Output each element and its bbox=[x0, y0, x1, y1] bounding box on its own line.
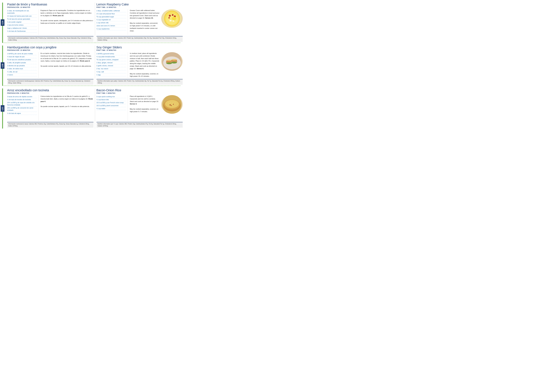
right-ingredient-12B-1: ½ cup plain breadcrumbs bbox=[97, 55, 126, 58]
right-ingredient-12B-6: ½ tsp. salt bbox=[97, 70, 126, 73]
left-ingredients-12C: 3 tazas de arroz de rápida cocción½ de t… bbox=[7, 95, 39, 121]
right-nutrition-12C: Nutrition information (per ¾ cup): Calor… bbox=[97, 122, 183, 128]
recipe-row-12B: 12B Hamburguesitas con soya y jengibrePR… bbox=[0, 43, 183, 86]
recipe-left-12B: 12B Hamburguesitas con soya y jengibrePR… bbox=[0, 46, 95, 86]
right-ingredients-12C: 3 cups quick-cooking rice½ cup bacon bit… bbox=[97, 95, 128, 121]
right-ingredient-12A-3: ½ cup vegetable oil bbox=[97, 18, 126, 21]
left-ingredient-12A-0: 2 cdas. de mantequilla sin sal, suavizad… bbox=[7, 9, 37, 14]
recipe-right-12C: Bacon-Onion RicePREP TIME: 5 MINUTES3 cu… bbox=[95, 88, 183, 128]
left-prep-12A: PREPARACIÓN: 10 MINUTOS bbox=[7, 7, 93, 8]
recipe-row-12C: 12C Arroz encebollado con tocinetaPREPAR… bbox=[0, 86, 183, 128]
left-instructions-12C: Coloca todos los ingredientes en la Olla… bbox=[39, 95, 93, 121]
right-content-12C: 3 cups quick-cooking rice½ cup bacon bit… bbox=[97, 95, 160, 121]
svg-point-26 bbox=[165, 100, 179, 108]
left-instructions-12B: En un tazón mediano, mezcla bien todos l… bbox=[39, 52, 93, 78]
right-instructions-12A: Grease Cover with softened butter. Combi… bbox=[128, 9, 160, 35]
left-ingredient-12C-0: 3 tazas de arroz de rápida cocción bbox=[7, 95, 37, 98]
left-ingredient-12B-3: 1 cdta. de jengibre picado bbox=[7, 61, 37, 64]
left-ingredient-12B-7: 1 huevo bbox=[7, 73, 37, 76]
right-ingredient-12B-0: 1 lb/455 g ground turkey bbox=[97, 52, 126, 55]
left-ingredient-12C-3: 10½ oz/300 g de consomé de carne enlatad… bbox=[7, 106, 37, 112]
right-ingredients-12A: 1 tbsp. unsalted butter, softened1½ cups… bbox=[97, 9, 128, 35]
left-section-12A: Pastel de limón y frambuesasPREPARACIÓN:… bbox=[7, 3, 93, 43]
left-ingredient-12C-1: ½ de taza de trocitos de tocineta bbox=[7, 98, 37, 101]
right-prep-12A: PREP TIME: 10 MINUTES bbox=[97, 7, 183, 8]
svg-point-5 bbox=[172, 14, 174, 16]
left-ingredient-12A-4: 1 taza de leche entera bbox=[7, 24, 37, 27]
svg-point-22 bbox=[171, 62, 177, 63]
left-title-12A: Pastel de limón y frambuesas bbox=[7, 3, 93, 6]
svg-point-11 bbox=[169, 20, 172, 21]
right-ingredient-12C-1: ½ cup bacon bits bbox=[97, 98, 126, 101]
right-instructions-12B: In medium bowl, place all ingredients an… bbox=[128, 52, 160, 78]
svg-point-35 bbox=[173, 104, 174, 105]
right-nutrition-12B: Nutrition information (per patty): Calor… bbox=[97, 79, 183, 85]
right-nutrition-12A: Nutrition information (per slice): Calor… bbox=[97, 36, 183, 42]
right-ingredients-12B: 1 lb/455 g ground turkey½ cup plain brea… bbox=[97, 52, 128, 78]
food-image-12B bbox=[160, 52, 183, 78]
right-ingredient-12A-2: ⅔ cup granulated sugar bbox=[97, 15, 126, 18]
recipe-left-12A: 12A Pastel de limón y frambuesasPREPARAC… bbox=[0, 3, 95, 43]
label-text: 12B bbox=[1, 62, 4, 69]
right-content-12B: 1 lb/455 g ground turkey½ cup plain brea… bbox=[97, 52, 160, 78]
left-ingredient-12C-2: 10½ oz/300 g de sopa de cebolla a la fra… bbox=[7, 101, 37, 106]
left-ingredient-12B-5: 2 cdas. de salsa soya bbox=[7, 67, 37, 70]
left-title-12C: Arroz encebollado con tocineta bbox=[7, 88, 93, 92]
left-ingredient-12C-4: ¼ de taza de agua bbox=[7, 112, 37, 115]
svg-point-36 bbox=[171, 105, 172, 106]
left-ingredient-12B-0: 1 lb/455 g de carne de pavo molida bbox=[7, 52, 37, 55]
left-ingredient-12B-2: ⅓ de taza de cebollínes picados bbox=[7, 58, 37, 61]
right-title-12A: Lemon Raspberry Cake bbox=[97, 3, 183, 6]
right-ingredient-12B-7: 1 egg bbox=[97, 73, 126, 76]
left-ingredients-12A: 2 cdas. de mantequilla sin sal, suavizad… bbox=[7, 9, 39, 35]
side-label-12C: 12C bbox=[0, 88, 5, 128]
label-stripe-bottom bbox=[2, 69, 3, 86]
svg-point-4 bbox=[169, 15, 171, 17]
left-content-12A: 2 cdas. de mantequilla sin sal, suavizad… bbox=[7, 9, 93, 35]
page: 12A Pastel de limón y frambuesasPREPARAC… bbox=[0, 0, 183, 128]
left-nutrition-12B: Información nutricional (1 hamburguesa):… bbox=[7, 79, 93, 85]
label-stripe-bottom bbox=[2, 26, 3, 43]
svg-point-3 bbox=[166, 14, 178, 25]
right-ingredient-12A-4: 1 cup whole milk bbox=[97, 21, 126, 24]
side-label-12A: 12A bbox=[0, 3, 5, 43]
left-ingredients-12B: 1 lb/455 g de carne de pavo molida½ taza… bbox=[7, 52, 39, 78]
left-content-12B: 1 lb/455 g de carne de pavo molida½ taza… bbox=[7, 52, 93, 78]
right-ingredient-12A-6: ¼ cup raspberries bbox=[97, 27, 126, 30]
right-ingredient-12B-5: 2 tsp. soy sauce bbox=[97, 67, 126, 70]
right-ingredient-12A-1: 1½ cups all-purpose flour bbox=[97, 12, 126, 15]
left-ingredient-12A-3: ½ de aceite vegetal bbox=[7, 21, 37, 24]
right-section-12C: Bacon-Onion RicePREP TIME: 5 MINUTES3 cu… bbox=[97, 88, 183, 128]
left-ingredient-12A-2: ⅔ de taza de azúcar granulado bbox=[7, 18, 37, 21]
recipe-left-12C: 12C Arroz encebollado con tocinetaPREPAR… bbox=[0, 88, 95, 128]
recipe-right-12A: Lemon Raspberry CakePREP TIME: 10 MINUTE… bbox=[95, 3, 183, 43]
right-section-12A: Lemon Raspberry CakePREP TIME: 10 MINUTE… bbox=[97, 3, 183, 43]
left-prep-12C: PREPARACIÓN: 5 MINUTOS bbox=[7, 92, 93, 94]
left-instructions-12A: Engrasa la Tapa con la mantequilla. Comb… bbox=[39, 9, 93, 35]
right-content-12A: 1 tbsp. unsalted butter, softened1½ cups… bbox=[97, 9, 160, 35]
left-section-12B: Hamburguesitas con soya y jengibrePREPAR… bbox=[7, 46, 93, 86]
left-ingredient-12A-1: 1½ tazas de harina para todo uso bbox=[7, 14, 37, 18]
label-stripe-top bbox=[2, 46, 3, 62]
left-ingredient-12B-1: ½ taza de migas de pan bbox=[7, 55, 37, 58]
left-section-12C: Arroz encebollado con tocinetaPREPARACIÓ… bbox=[7, 88, 93, 128]
left-ingredient-12A-5: Jugo y ralladura de 1 limón bbox=[7, 27, 37, 30]
right-section-12B: Soy Ginger SlidersPREP TIME: 15 MINUTES1… bbox=[97, 46, 183, 86]
right-ingredient-12C-3: 10.5 oz/300 g beef consommé bbox=[97, 104, 126, 107]
label-stripe-bottom bbox=[2, 112, 3, 128]
food-image-12C bbox=[160, 95, 183, 121]
right-content-wrap-12A: 1 tbsp. unsalted butter, softened1½ cups… bbox=[97, 9, 183, 35]
side-label-12B: 12B bbox=[0, 46, 5, 86]
right-ingredient-12A-5: Juice and zest of 1 lemon bbox=[97, 24, 126, 27]
label-stripe-top bbox=[2, 88, 3, 105]
food-img-12B bbox=[161, 52, 183, 71]
left-ingredient-12B-6: ½ cdta. de sal bbox=[7, 70, 37, 73]
right-ingredient-12B-3: 1 tbsp. ginger, minced bbox=[97, 61, 126, 64]
food-image-12A bbox=[160, 9, 183, 35]
right-instructions-12C: Place all ingredients in 3-Qt/3 L Casser… bbox=[128, 95, 160, 121]
food-img-12C bbox=[161, 95, 183, 114]
svg-point-21 bbox=[166, 63, 172, 64]
right-title-12C: Bacon-Onion Rice bbox=[97, 88, 183, 92]
right-content-wrap-12B: 1 lb/455 g ground turkey½ cup plain brea… bbox=[97, 52, 183, 78]
label-text: 12A bbox=[1, 19, 4, 26]
